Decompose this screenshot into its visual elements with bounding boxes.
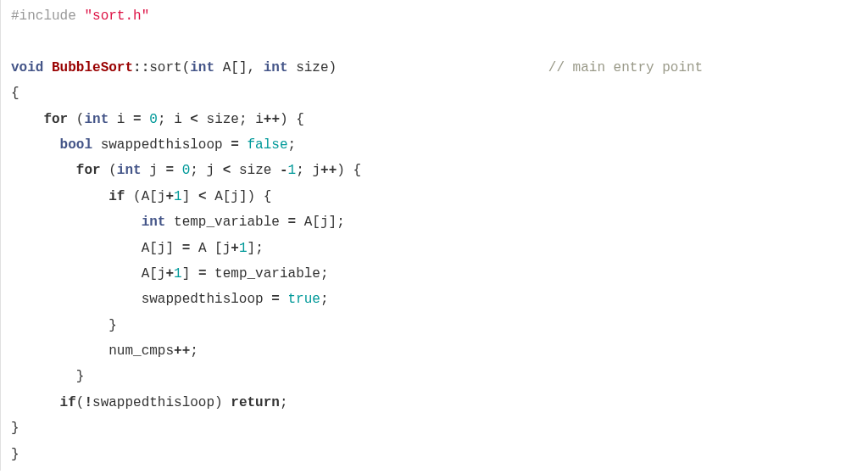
token-sp: [198, 163, 207, 178]
token-sp: [125, 112, 133, 127]
token-pun: }: [11, 421, 19, 436]
token-sp: [271, 163, 280, 178]
indent: [11, 112, 43, 127]
token-pun: ];: [329, 215, 345, 230]
token-type: int: [84, 112, 108, 127]
token-op: =: [182, 241, 191, 256]
token-sp: [248, 112, 256, 127]
code-line: num_cmps++;: [11, 338, 858, 364]
token-sp: [125, 189, 133, 204]
token-sp: [264, 292, 272, 307]
token-kw: if: [108, 189, 125, 204]
token-op: =: [133, 112, 142, 127]
token-kw: for: [43, 112, 68, 127]
token-type: int: [190, 60, 214, 75]
token-op: <: [198, 189, 207, 204]
token-pun: ): [214, 395, 223, 410]
token-pun: ): [280, 112, 288, 127]
token-id: A: [304, 215, 313, 230]
token-sp: [214, 60, 223, 75]
token-sp: [166, 112, 175, 127]
indent: [11, 189, 108, 204]
token-pun: ]: [182, 266, 191, 282]
token-com: // main entry point: [548, 60, 703, 75]
token-id: j: [312, 163, 320, 178]
token-type: void: [11, 60, 43, 75]
token-op: +: [165, 189, 174, 204]
token-id: swappedthisloop: [101, 137, 223, 153]
token-id: i: [174, 112, 182, 127]
token-id: j: [223, 241, 231, 256]
token-id: num_cmps: [108, 343, 174, 359]
token-sp: [174, 241, 182, 256]
token-type: int: [117, 163, 142, 178]
code-line: if (A[j+1] < A[j]) {: [11, 184, 858, 209]
token-pun: ;: [296, 163, 304, 178]
token-pun: ): [329, 60, 337, 75]
token-sp: [174, 163, 182, 178]
token-op: =: [271, 292, 280, 307]
token-sp: [165, 215, 174, 230]
token-num: 0: [149, 112, 158, 127]
token-pun: {: [11, 86, 19, 101]
token-pun: ;: [190, 343, 198, 359]
code-line: int temp_variable = A[j];: [11, 209, 858, 235]
token-type: bool: [60, 137, 92, 153]
token-num: 1: [174, 266, 182, 282]
token-id: size: [207, 112, 239, 127]
token-kw: if: [60, 395, 76, 410]
token-sp: [182, 112, 191, 127]
token-pp: #include: [11, 8, 84, 24]
indent: [11, 395, 60, 410]
token-sp: [108, 112, 117, 127]
token-op: ++: [320, 163, 337, 178]
indent: [11, 137, 60, 153]
token-pun: ;: [280, 395, 288, 410]
token-sp: [198, 112, 207, 127]
indent: [11, 241, 142, 256]
code-block: #include "sort.h" void BubbleSort::sort(…: [0, 0, 868, 471]
token-kw: return: [231, 395, 280, 410]
token-sp: [255, 189, 264, 204]
token-type: int: [142, 215, 166, 230]
token-sp: [296, 215, 304, 230]
token-pun: [: [149, 241, 158, 256]
indent: [11, 318, 108, 333]
indent: [11, 215, 142, 230]
token-pun: [: [214, 241, 223, 256]
token-sp: [142, 163, 150, 178]
token-id: A: [142, 189, 150, 204]
token-type: int: [264, 60, 288, 75]
token-pun: [],: [231, 60, 255, 75]
token-pun: ]: [165, 241, 174, 256]
token-id: j: [231, 189, 239, 204]
token-sp: [190, 266, 198, 282]
token-sp: [142, 112, 150, 127]
token-pun: ;: [158, 112, 166, 127]
token-pun: {: [353, 163, 361, 178]
code-line: if(!swappedthisloop) return;: [11, 390, 858, 415]
token-pun: [: [223, 189, 231, 204]
token-op: !: [84, 395, 92, 410]
indent: [11, 369, 76, 384]
token-id: j: [158, 241, 166, 256]
token-op: =: [231, 137, 239, 153]
token-sp: [288, 60, 297, 75]
token-id: swappedthisloop: [142, 292, 264, 307]
token-op: <: [190, 112, 198, 127]
token-pun: (: [182, 60, 191, 75]
code-line: A[j+1] = temp_variable;: [11, 261, 858, 287]
indent: [11, 266, 142, 282]
token-pun: ;: [190, 163, 198, 178]
token-pun: ): [337, 163, 345, 178]
token-sp: [190, 241, 198, 256]
token-pun: ;: [320, 292, 329, 307]
token-id: j: [149, 163, 158, 178]
token-pun: ]): [239, 189, 255, 204]
token-num: 0: [182, 163, 191, 178]
indent: [11, 292, 142, 307]
token-sp: [223, 395, 231, 410]
token-id: j: [158, 266, 166, 282]
code-line: A[j] = A [j+1];: [11, 236, 858, 261]
token-sp: [207, 266, 215, 282]
